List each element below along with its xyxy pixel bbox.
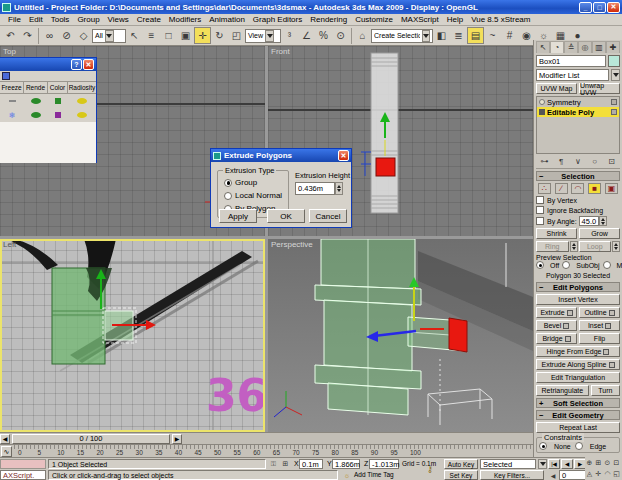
extrude-dialog-titlebar[interactable]: Extrude Polygons ✕ bbox=[211, 149, 351, 162]
menu-group[interactable]: Group bbox=[73, 15, 103, 24]
radio-local-normal-icon[interactable] bbox=[224, 192, 232, 200]
maximize-viewport-icon[interactable]: ◱ bbox=[612, 468, 621, 479]
extrusion-height-spinner[interactable]: 0.436m bbox=[295, 182, 343, 195]
select-object-icon[interactable]: ↖ bbox=[126, 27, 143, 44]
preview-off-radio[interactable] bbox=[536, 261, 544, 269]
column-render[interactable]: Rende bbox=[24, 82, 48, 93]
close-icon[interactable]: ✕ bbox=[338, 150, 349, 161]
maxscript-listener-pink[interactable] bbox=[0, 459, 46, 469]
front-selected-polygon[interactable] bbox=[376, 158, 395, 176]
perspective-viewport-canvas[interactable] bbox=[268, 239, 533, 432]
by-angle-checkbox[interactable]: By Angle: 45.0 bbox=[536, 216, 620, 226]
menu-vue-xstream[interactable]: Vue 8.5 xStream bbox=[467, 15, 534, 24]
zoom-extents-icon[interactable]: ⊙ bbox=[603, 457, 612, 468]
viewport-left-label[interactable]: Left bbox=[3, 240, 16, 249]
chevron-down-icon[interactable] bbox=[105, 30, 114, 42]
menu-create[interactable]: Create bbox=[133, 15, 165, 24]
modifier-list-dropdown[interactable]: Modifier List bbox=[536, 69, 620, 81]
selection-filter-dropdown[interactable]: All bbox=[92, 29, 126, 43]
redo-icon[interactable]: ↷ bbox=[19, 27, 36, 44]
menu-edit[interactable]: Edit bbox=[25, 15, 47, 24]
flip-button[interactable]: Flip bbox=[579, 333, 620, 344]
next-frame-arrow[interactable]: ▶ bbox=[172, 434, 182, 444]
new-layer-icon[interactable] bbox=[2, 72, 10, 80]
menu-help[interactable]: Help bbox=[443, 15, 467, 24]
selection-lock-icon[interactable]: ⚿ bbox=[268, 459, 279, 469]
title-bar[interactable]: Untitled - Project Folder: D:\Documents … bbox=[0, 0, 622, 14]
utilities-tab-icon[interactable]: ✚ bbox=[606, 41, 620, 53]
loop-button[interactable]: Loop bbox=[579, 241, 612, 252]
vertex-subobject-icon[interactable]: ∴ bbox=[538, 183, 551, 194]
x-coord-input[interactable]: 0.1m bbox=[299, 459, 323, 469]
perspective-selected-polygon[interactable] bbox=[449, 318, 467, 352]
named-selection-sets-dropdown[interactable]: Create Selection Set bbox=[371, 29, 433, 43]
zoom-extents-all-icon[interactable]: ⊡ bbox=[612, 457, 621, 468]
create-tab-icon[interactable]: ↖ bbox=[536, 41, 550, 53]
stack-item-editable-poly[interactable]: Editable Poly bbox=[537, 107, 619, 117]
render-toggle-icon[interactable] bbox=[24, 98, 48, 104]
menu-customize[interactable]: Customize bbox=[351, 15, 397, 24]
time-slider-handle[interactable]: 0 / 100 bbox=[12, 434, 170, 444]
menu-tools[interactable]: Tools bbox=[47, 15, 74, 24]
viewport-front-label[interactable]: Front bbox=[271, 47, 290, 56]
window-crossing-icon[interactable]: ▣ bbox=[177, 27, 194, 44]
select-and-move-icon[interactable]: ✛ bbox=[194, 27, 211, 44]
chevron-down-icon[interactable] bbox=[611, 69, 620, 81]
spinner-arrows[interactable] bbox=[570, 241, 578, 252]
layer-manager-icon[interactable]: ▤ bbox=[467, 27, 484, 44]
layer-color-swatch[interactable] bbox=[48, 112, 68, 118]
bevel-settings-icon[interactable] bbox=[563, 323, 569, 329]
previous-frame-button[interactable]: ◀ bbox=[561, 459, 573, 469]
toggle-set-key-icon[interactable]: ⚷ bbox=[420, 458, 440, 480]
render-toggle-icon[interactable] bbox=[24, 112, 48, 118]
viewport-perspective[interactable]: Perspective bbox=[268, 239, 533, 432]
zoom-icon[interactable]: ⊕ bbox=[585, 457, 594, 468]
by-angle-input[interactable]: 45.0 bbox=[579, 216, 599, 226]
inset-settings-icon[interactable] bbox=[605, 323, 611, 329]
undo-icon[interactable]: ↶ bbox=[2, 27, 19, 44]
add-time-tag-text[interactable]: Add Time Tag bbox=[354, 471, 394, 478]
modifier-toggle-icon[interactable] bbox=[611, 109, 617, 115]
zoom-all-icon[interactable]: ⊞ bbox=[594, 457, 603, 468]
close-button[interactable]: ✕ bbox=[607, 2, 620, 13]
grow-button[interactable]: Grow bbox=[579, 228, 620, 239]
modifier-toggle-icon[interactable] bbox=[611, 99, 617, 105]
mini-curve-editor-icon[interactable]: ∿ bbox=[1, 446, 12, 457]
make-unique-icon[interactable]: ∨ bbox=[572, 156, 584, 166]
pin-stack-icon[interactable]: ⊶ bbox=[538, 156, 550, 166]
z-coord-input[interactable]: -1.013m bbox=[369, 459, 399, 469]
spinner-arrows[interactable] bbox=[335, 182, 343, 195]
apply-button[interactable]: Apply bbox=[219, 209, 257, 223]
reference-coordinate-dropdown[interactable]: View bbox=[245, 29, 281, 43]
viewport-left[interactable]: Left bbox=[0, 239, 265, 432]
edit-triangulation-button[interactable]: Edit Triangulation bbox=[536, 372, 620, 383]
edge-subobject-icon[interactable]: ∕ bbox=[555, 183, 568, 194]
uvw-map-button[interactable]: UVW Map bbox=[536, 83, 577, 94]
column-color[interactable]: Color bbox=[48, 82, 68, 93]
percent-snap-icon[interactable]: % bbox=[315, 27, 332, 44]
layer-manager-dialog[interactable]: ? ✕ Freeze Rende Color Radiosity ❄ bbox=[0, 57, 97, 163]
go-to-start-button[interactable]: |◀ bbox=[548, 459, 560, 469]
track-bar[interactable]: ∿ 05101520253035404550556065707580859095… bbox=[0, 444, 533, 457]
key-filters-button[interactable]: Key Filters... bbox=[480, 470, 544, 480]
layer-color-swatch[interactable] bbox=[48, 98, 68, 104]
schematic-view-icon[interactable]: # bbox=[501, 27, 518, 44]
y-coord-input[interactable]: 1.866m bbox=[332, 459, 360, 469]
polygon-subobject-icon[interactable]: ■ bbox=[588, 183, 601, 194]
menu-modifiers[interactable]: Modifiers bbox=[165, 15, 205, 24]
insert-vertex-button[interactable]: Insert Vertex bbox=[536, 294, 620, 305]
turn-button[interactable]: Turn bbox=[591, 385, 620, 396]
show-end-result-icon[interactable]: ¶ bbox=[555, 156, 567, 166]
extrude-polygons-dialog[interactable]: Extrude Polygons ✕ Extrusion Type Group … bbox=[210, 148, 352, 228]
hinge-settings-icon[interactable] bbox=[603, 349, 609, 355]
freeze-snowflake-icon[interactable]: ❄ bbox=[0, 111, 24, 120]
menu-file[interactable]: File bbox=[4, 15, 25, 24]
hierarchy-tab-icon[interactable]: ≙ bbox=[564, 41, 578, 53]
checkbox-icon[interactable] bbox=[536, 217, 544, 225]
spinner-arrows[interactable] bbox=[599, 216, 607, 226]
radiosity-toggle-icon[interactable] bbox=[68, 112, 96, 118]
column-freeze[interactable]: Freeze bbox=[0, 82, 24, 93]
checkbox-icon[interactable] bbox=[536, 206, 544, 214]
select-link-icon[interactable]: ∞ bbox=[41, 27, 58, 44]
viewport-perspective-label[interactable]: Perspective bbox=[271, 240, 313, 249]
